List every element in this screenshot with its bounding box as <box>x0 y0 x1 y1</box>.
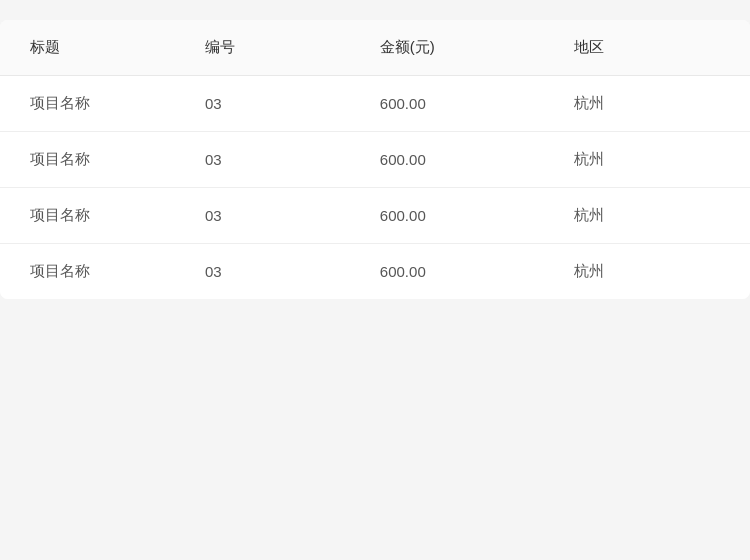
header-region: 地区 <box>574 38 720 57</box>
table-row: 项目名称 03 600.00 杭州 <box>0 76 750 132</box>
row-number: 03 <box>205 263 380 280</box>
data-table: 标题 编号 金额(元) 地区 项目名称 03 600.00 杭州 项目名称 03… <box>0 20 750 299</box>
header-amount: 金额(元) <box>380 38 574 57</box>
header-number: 编号 <box>205 38 380 57</box>
table-body: 项目名称 03 600.00 杭州 项目名称 03 600.00 杭州 项目名称… <box>0 76 750 299</box>
table-header: 标题 编号 金额(元) 地区 <box>0 20 750 76</box>
row-region: 杭州 <box>574 262 720 281</box>
header-title: 标题 <box>30 38 205 57</box>
table-row: 项目名称 03 600.00 杭州 <box>0 188 750 244</box>
row-number: 03 <box>205 151 380 168</box>
row-number: 03 <box>205 207 380 224</box>
row-title: 项目名称 <box>30 150 205 169</box>
row-amount: 600.00 <box>380 263 574 280</box>
row-region: 杭州 <box>574 94 720 113</box>
row-number: 03 <box>205 95 380 112</box>
table-row: 项目名称 03 600.00 杭州 <box>0 132 750 188</box>
row-amount: 600.00 <box>380 207 574 224</box>
row-title: 项目名称 <box>30 206 205 225</box>
row-title: 项目名称 <box>30 262 205 281</box>
row-region: 杭州 <box>574 206 720 225</box>
row-amount: 600.00 <box>380 95 574 112</box>
table-row: 项目名称 03 600.00 杭州 <box>0 244 750 299</box>
row-amount: 600.00 <box>380 151 574 168</box>
row-region: 杭州 <box>574 150 720 169</box>
row-title: 项目名称 <box>30 94 205 113</box>
